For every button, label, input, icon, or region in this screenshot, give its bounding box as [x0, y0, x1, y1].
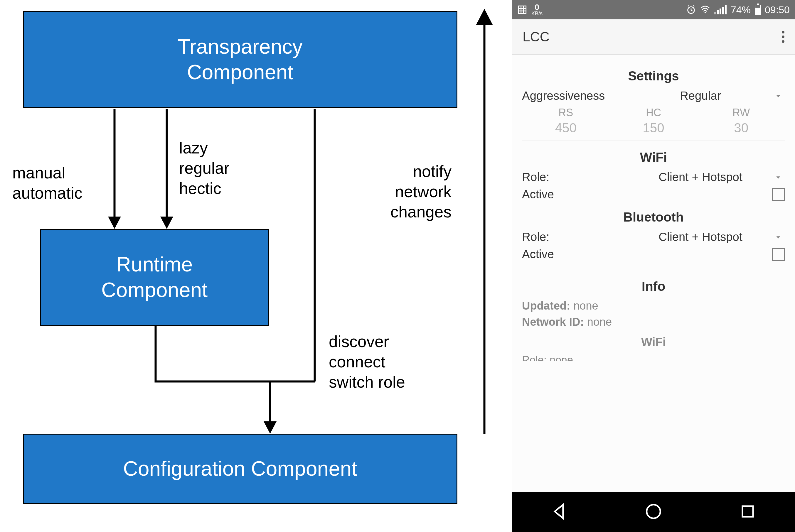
svg-marker-20	[777, 95, 780, 97]
chevron-down-icon	[774, 170, 782, 184]
rw-val: 30	[697, 120, 785, 141]
svg-marker-22	[777, 236, 780, 239]
bt-active-checkbox[interactable]	[772, 248, 785, 261]
bt-active-row[interactable]: Active	[522, 248, 785, 261]
svg-marker-8	[476, 9, 493, 25]
rs-column[interactable]: RS 450	[522, 107, 610, 141]
hc-column[interactable]: HC 150	[610, 107, 698, 141]
rw-head: RW	[697, 107, 785, 119]
network-speed: 0 KB/s	[531, 3, 542, 16]
info-updated-label: Updated:	[522, 300, 570, 312]
svg-point-24	[647, 505, 661, 518]
alarm-icon	[686, 5, 696, 15]
settings-screen[interactable]: Settings Aggressiveness Regular RS 450 H…	[512, 55, 795, 492]
hc-head: HC	[610, 107, 698, 119]
phone-screenshot: 0 KB/s 74% 09:50 LCC Settings Aggressive…	[512, 0, 795, 532]
settings-title: Settings	[522, 69, 785, 83]
wifi-role-row[interactable]: Role: Client + Hotspot	[522, 170, 785, 184]
svg-rect-9	[518, 6, 526, 14]
info-updated: Updated: none	[522, 300, 785, 312]
kb-value: 0	[535, 3, 539, 11]
wifi-role-value: Client + Hotspot	[659, 170, 742, 184]
aggressiveness-value: Regular	[680, 89, 721, 102]
section-divider	[522, 270, 785, 270]
svg-marker-21	[777, 176, 780, 179]
rw-column[interactable]: RW 30	[697, 107, 785, 141]
wifi-icon	[700, 5, 710, 15]
edge-label-discover: discover connect switch role	[329, 331, 405, 392]
svg-point-19	[705, 12, 706, 14]
signal-icon	[714, 5, 726, 14]
aggressiveness-dropdown[interactable]: Regular	[616, 89, 785, 102]
svg-line-16	[691, 10, 692, 11]
bt-role-value: Client + Hotspot	[659, 230, 742, 243]
runtime-label: Runtime Component	[101, 252, 207, 303]
svg-marker-1	[108, 216, 121, 229]
grid-icon	[517, 5, 527, 15]
status-bar: 0 KB/s 74% 09:50	[512, 0, 795, 19]
kb-unit: KB/s	[531, 11, 542, 16]
info-cutoff: Role: none	[522, 354, 785, 361]
battery-icon	[755, 5, 761, 15]
bt-active-label: Active	[522, 248, 554, 261]
svg-line-17	[688, 5, 689, 6]
config-label: Configuration Component	[123, 456, 357, 482]
bluetooth-title: Bluetooth	[522, 210, 785, 225]
back-button[interactable]	[550, 502, 568, 522]
navigation-bar	[512, 492, 795, 532]
svg-marker-6	[264, 421, 277, 434]
rs-val: 450	[522, 120, 610, 141]
aggressiveness-label: Aggressiveness	[522, 89, 616, 102]
more-icon[interactable]	[782, 31, 784, 43]
wifi-title: WiFi	[522, 150, 785, 165]
wifi-active-label: Active	[522, 188, 554, 201]
info-wifi-subtitle: WiFi	[522, 336, 785, 348]
architecture-diagram: Transparency Component Runtime Component…	[0, 0, 512, 532]
wifi-role-dropdown[interactable]: Client + Hotspot	[616, 170, 785, 184]
hc-val: 150	[610, 120, 698, 141]
svg-marker-3	[160, 216, 173, 229]
runtime-component-box: Runtime Component	[40, 229, 269, 326]
info-network-label: Network ID:	[522, 316, 584, 328]
bt-role-row[interactable]: Role: Client + Hotspot	[522, 230, 785, 244]
info-network-value: none	[587, 316, 612, 328]
info-title: Info	[522, 279, 785, 294]
transparency-component-box: Transparency Component	[23, 11, 457, 108]
chevron-down-icon	[774, 89, 782, 102]
bt-role-label: Role:	[522, 230, 616, 244]
info-updated-value: none	[573, 300, 598, 312]
rs-head: RS	[522, 107, 610, 119]
app-title: LCC	[522, 29, 550, 44]
chevron-down-icon	[774, 230, 782, 244]
wifi-active-checkbox[interactable]	[772, 188, 785, 201]
home-button[interactable]	[644, 502, 663, 522]
edge-label-lazy: lazy regular hectic	[179, 138, 229, 198]
svg-line-18	[693, 5, 694, 6]
recent-apps-button[interactable]	[739, 502, 757, 522]
aggressiveness-row[interactable]: Aggressiveness Regular	[522, 89, 785, 102]
configuration-component-box: Configuration Component	[23, 434, 457, 504]
svg-marker-23	[555, 505, 563, 518]
app-bar: LCC	[512, 19, 795, 55]
info-network: Network ID: none	[522, 316, 785, 328]
wifi-active-row[interactable]: Active	[522, 188, 785, 201]
svg-rect-25	[742, 506, 753, 517]
edge-label-manual: manual automatic	[12, 163, 82, 203]
clock: 09:50	[765, 4, 790, 16]
battery-pct: 74%	[731, 4, 751, 16]
bt-role-dropdown[interactable]: Client + Hotspot	[616, 230, 785, 244]
wifi-role-label: Role:	[522, 170, 616, 184]
edge-label-notify: notify network changes	[390, 162, 451, 222]
transparency-label: Transparency Component	[178, 34, 302, 86]
aggressiveness-values: RS 450 HC 150 RW 30	[522, 107, 785, 141]
